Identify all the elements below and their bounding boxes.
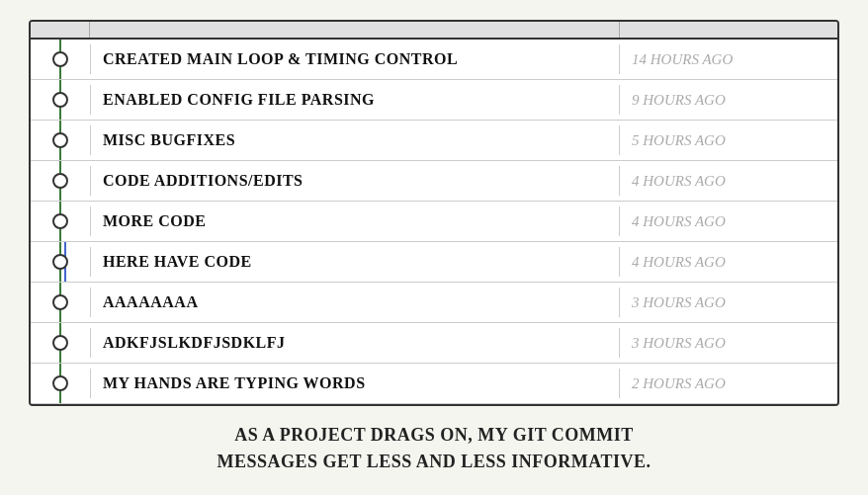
commit-date: 5 HOURs AGO: [620, 126, 837, 155]
table-row: MISC BUGFIXES5 HOURs AGO: [31, 121, 837, 161]
commit-node: [52, 294, 68, 310]
graph-header: [31, 22, 90, 38]
commit-node: [52, 213, 68, 229]
commit-message: CREATED MAIN LOOP & TIMING CONTROL: [90, 44, 620, 74]
graph-node-cell: [31, 242, 90, 282]
comment-header: [90, 22, 620, 38]
commit-node: [52, 132, 68, 148]
table-header: [31, 22, 837, 40]
commit-date: 4 HOURs AGo: [620, 207, 837, 236]
commit-message: CODE ADDITIONS/EDITS: [90, 166, 620, 196]
table-row: CREATED MAIN LOOP & TIMING CONTROL14 Hou…: [31, 40, 837, 80]
commit-node: [52, 92, 68, 108]
commit-date: 9 HOURs AGO: [620, 86, 837, 115]
commit-message: ENABLED CONFIG FILE PARSING: [90, 85, 620, 115]
graph-node-cell: [31, 202, 90, 241]
table-row: HERE HAVE CODE4 HOURs AGO: [31, 242, 837, 283]
graph-node-cell: [31, 121, 90, 160]
graph-node-cell: [31, 364, 90, 403]
commit-date: 4 HOURs AGO: [620, 248, 837, 277]
commit-node: [52, 51, 68, 67]
graph-node-cell: [31, 404, 90, 406]
commit-date: 4 HOURs AGO: [620, 167, 837, 196]
table-row: MY HANDS ARE TYPING WORDS2 Hours Ago: [31, 364, 837, 404]
table-row: ADKFJSLKDFJSDKLFJ3 HouRs AGo: [31, 323, 837, 364]
table-row: CODE ADDITIONS/EDITS4 HOURs AGO: [31, 161, 837, 202]
commit-date: 14 Hours Ago: [620, 45, 837, 74]
table-row: MORE CODE4 HOURs AGo: [31, 202, 837, 242]
graph-node-cell: [31, 80, 90, 120]
table-row: AAAAAAAA3 HOURs AGO: [31, 283, 837, 323]
table-row: ENABLED CONFIG FILE PARSING9 HOURs AGO: [31, 80, 837, 121]
graph-node-cell: [31, 283, 90, 322]
commit-message: ADKFJSLKDFJSDKLFJ: [90, 328, 620, 358]
commit-node: [52, 375, 68, 391]
table-row: HAAAAAAAAANDS2 HOURs AGO: [31, 404, 837, 406]
commit-node: [52, 254, 68, 270]
commit-message: MISC BUGFIXES: [90, 125, 620, 155]
commit-node: [52, 335, 68, 351]
table-body: CREATED MAIN LOOP & TIMING CONTROL14 Hou…: [31, 40, 837, 406]
commit-node: [52, 173, 68, 189]
commit-date: 2 Hours Ago: [620, 370, 837, 398]
date-header: [620, 22, 837, 38]
caption-text: AS A PROJECT DRAGS ON, MY GIT COMMITMESS…: [217, 422, 651, 475]
commit-message: MORE CODE: [90, 206, 620, 236]
commit-date: 3 HouRs AGo: [620, 329, 837, 358]
graph-node-cell: [31, 40, 90, 79]
commit-message: AAAAAAAA: [90, 288, 620, 317]
commit-date: 3 HOURs AGO: [620, 289, 837, 317]
graph-node-cell: [31, 323, 90, 363]
commit-message: MY HANDS ARE TYPING WORDS: [90, 369, 620, 398]
commit-table: CREATED MAIN LOOP & TIMING CONTROL14 Hou…: [29, 20, 839, 406]
graph-node-cell: [31, 161, 90, 201]
commit-message: HERE HAVE CODE: [90, 247, 620, 277]
